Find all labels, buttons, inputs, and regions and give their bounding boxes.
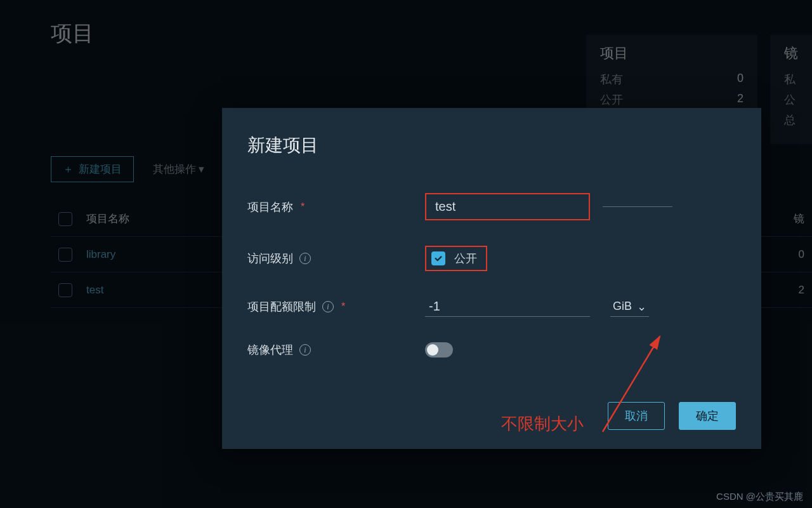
modal-title: 新建项目	[247, 133, 736, 157]
toggle-knob	[427, 344, 438, 356]
field-label-proxy: 镜像代理 i	[247, 342, 425, 358]
required-icon: *	[301, 201, 304, 213]
info-icon[interactable]: i	[299, 344, 311, 356]
public-checkbox[interactable]	[431, 251, 445, 265]
quota-unit-value: GiB	[613, 300, 632, 313]
new-project-modal: 新建项目 项目名称* 访问级别 i 公开 项目	[222, 108, 761, 449]
quota-input[interactable]	[425, 297, 590, 317]
confirm-button[interactable]: 确定	[679, 402, 736, 430]
proxy-toggle[interactable]	[425, 342, 453, 358]
field-label-project-name: 项目名称*	[247, 199, 425, 215]
info-icon[interactable]: i	[299, 253, 311, 264]
watermark: CSDN @公贵买其鹿	[716, 491, 803, 503]
quota-unit-select[interactable]: GiB ⌄	[610, 297, 649, 317]
highlight-annotation	[425, 193, 590, 220]
highlight-annotation: 公开	[425, 246, 487, 271]
public-checkbox-label: 公开	[454, 251, 477, 266]
cancel-button[interactable]: 取消	[608, 402, 665, 430]
field-label-access-level: 访问级别 i	[247, 251, 425, 266]
project-name-input[interactable]	[431, 197, 584, 217]
chevron-down-icon: ⌄	[637, 300, 646, 314]
field-label-quota: 项目配额限制 i *	[247, 299, 425, 314]
required-icon: *	[341, 301, 345, 312]
info-icon[interactable]: i	[322, 301, 334, 312]
